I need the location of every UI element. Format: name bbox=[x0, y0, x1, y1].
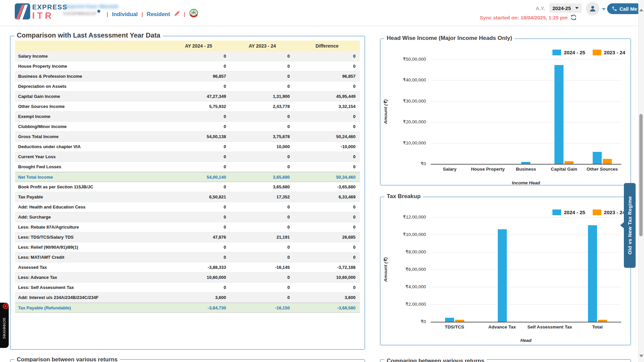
cell-value: 0 bbox=[230, 204, 294, 209]
separator: | bbox=[142, 11, 143, 17]
comparison-table: AY 2024 - 25 AY 2023 - 24 Difference Sal… bbox=[15, 41, 360, 313]
cell-value: 96,857 bbox=[167, 74, 230, 79]
y-tick-label: ₹0 bbox=[380, 161, 426, 166]
y-tick-label: ₹30,00,000 bbox=[380, 98, 426, 104]
table-row: Add: Interest u/s 234A/234B/234C/234F3,6… bbox=[15, 293, 360, 303]
cell-value: 0 bbox=[230, 275, 294, 280]
chart-legend: 2024 - 252023 - 24 bbox=[552, 209, 625, 215]
cell-value: 0 bbox=[230, 295, 294, 300]
assessment-year-select[interactable]: 2024-25 bbox=[549, 3, 582, 13]
x-category-label: Advance Tax bbox=[478, 324, 526, 330]
y-tick-label: ₹2,00,000 bbox=[380, 301, 426, 307]
cell-value: 0 bbox=[167, 225, 230, 230]
cell-value: 0 bbox=[167, 184, 230, 189]
phone-icon bbox=[612, 6, 617, 11]
cell-value: 10,60,000 bbox=[167, 275, 230, 280]
plot-area bbox=[431, 59, 621, 165]
income-tax-emblem-icon[interactable] bbox=[189, 9, 198, 20]
row-label: Business & Profession Income bbox=[15, 74, 167, 79]
table-row: Less: Rebate 87A/Agriculture000 bbox=[15, 222, 360, 232]
comparison-panel-title: Comparison with Last Assessment Year Dat… bbox=[14, 32, 163, 39]
cell-value: -3,72,188 bbox=[294, 265, 360, 270]
bar-2024-25 bbox=[588, 225, 597, 322]
scrollbar-down-arrow[interactable] bbox=[639, 355, 643, 357]
cell-value: 3,75,678 bbox=[230, 134, 294, 139]
row-label: Add: Surcharge bbox=[15, 215, 167, 220]
row-label: Salary Income bbox=[15, 54, 167, 59]
cell-value: 50,24,460 bbox=[294, 134, 360, 139]
old-vs-new-tax-regime-tab[interactable]: Old vs New Tax Regime bbox=[624, 183, 636, 268]
legend-label: 2024 - 25 bbox=[564, 209, 585, 215]
table-row: Net Total Income54,00,1403,65,68050,34,4… bbox=[15, 172, 360, 182]
cell-value: 0 bbox=[167, 114, 230, 119]
legend-label: 2023 - 24 bbox=[604, 209, 625, 215]
table-row: Salary Income000 bbox=[15, 51, 360, 61]
screenrec-widget[interactable]: screenrec bbox=[0, 303, 9, 348]
avatar-dropdown-caret[interactable] bbox=[602, 8, 606, 10]
cell-value: 5,75,932 bbox=[167, 104, 230, 109]
cell-value: 0 bbox=[230, 114, 294, 119]
row-label: Add: Interest u/s 234A/234B/234C/234F bbox=[15, 295, 167, 300]
bar-2023-24 bbox=[598, 320, 607, 322]
cell-value: 3,65,680 bbox=[230, 184, 294, 189]
table-header-row: AY 2024 - 25 AY 2023 - 24 Difference bbox=[15, 41, 360, 51]
plot-area bbox=[431, 217, 621, 322]
cell-value: 0 bbox=[294, 245, 360, 250]
cell-value: 47,876 bbox=[167, 235, 230, 240]
chart-title: Head Wise Income (Major Income Heads Onl… bbox=[384, 35, 515, 42]
bar-group bbox=[507, 59, 545, 164]
chart-title: Tax Breakup bbox=[384, 193, 423, 200]
cell-value: 0 bbox=[167, 204, 230, 209]
row-label: Current Year Loss bbox=[15, 154, 167, 159]
cell-value: 3,600 bbox=[294, 295, 360, 300]
row-label: Tax Payable (Refundable) bbox=[15, 305, 167, 310]
cell-value: 0 bbox=[294, 164, 360, 169]
head-wise-income-panel: Head Wise Income (Major Income Heads Onl… bbox=[380, 39, 631, 185]
cell-value: 0 bbox=[230, 124, 294, 129]
cell-value: 0 bbox=[167, 84, 230, 89]
record-indicator-icon bbox=[3, 303, 8, 309]
sync-refresh-icon[interactable] bbox=[570, 14, 577, 22]
legend-swatch bbox=[593, 209, 601, 215]
cell-value: 3,32,154 bbox=[294, 104, 360, 109]
bar-group bbox=[526, 217, 574, 322]
scrollbar-thumb[interactable] bbox=[639, 114, 643, 236]
express-itr-logo-icon bbox=[15, 3, 30, 21]
cell-value: 0 bbox=[230, 164, 294, 169]
cell-value: 0 bbox=[294, 285, 360, 290]
tax-breakup-panel: Tax Breakup 2024 - 252023 - 24 Head Amou… bbox=[380, 197, 631, 345]
row-label: Capital Gain Income bbox=[15, 94, 167, 99]
legend-label: 2024 - 25 bbox=[564, 50, 585, 55]
edit-pencil-icon[interactable] bbox=[174, 10, 180, 18]
y-tick-label: ₹10,00,000 bbox=[380, 140, 426, 145]
legend-swatch bbox=[552, 50, 561, 55]
cell-value: 1,31,900 bbox=[230, 94, 294, 99]
bar-2024-25 bbox=[554, 65, 564, 164]
y-tick-label: ₹12,00,000 bbox=[380, 214, 426, 220]
y-tick-label: ₹50,00,000 bbox=[380, 56, 426, 62]
table-row: Less: TDS/TCS/Salary TDS47,87621,19126,6… bbox=[15, 232, 360, 242]
scrollbar-up-arrow[interactable] bbox=[639, 9, 643, 11]
table-row: Capital Gain Income47,27,3491,31,90045,9… bbox=[15, 92, 360, 102]
cell-value: 0 bbox=[294, 64, 360, 69]
cell-value: -3,84,730 bbox=[167, 305, 230, 310]
cell-value: 0 bbox=[167, 164, 230, 169]
row-label: Exempt Income bbox=[15, 114, 167, 119]
client-pan: AGOPM9421P bbox=[63, 11, 97, 16]
cell-value: 0 bbox=[294, 215, 360, 220]
header-ay-2023-24: AY 2023 - 24 bbox=[230, 43, 294, 49]
user-avatar[interactable] bbox=[586, 2, 599, 15]
cell-value: -3,68,580 bbox=[294, 305, 360, 310]
row-label: Assessed Tax bbox=[15, 265, 167, 270]
call-me-button[interactable]: Call Me bbox=[607, 3, 642, 14]
comparison-returns-panel: Comparison between various returns bbox=[10, 359, 365, 362]
comparing-returns-panel: Comparing between various returns bbox=[380, 359, 631, 362]
tab-label: Old vs New Tax Regime bbox=[627, 196, 633, 254]
y-tick-label: ₹8,00,000 bbox=[380, 249, 426, 254]
cell-value: 0 bbox=[167, 215, 230, 220]
cell-value: 0 bbox=[230, 215, 294, 220]
cell-value: 21,191 bbox=[230, 235, 294, 240]
client-status-row: | Individual | Resident | bbox=[107, 9, 198, 20]
app-viewport: EXPRESS ITR Jaspreet Kaur Marwah AGOPM94… bbox=[0, 0, 644, 362]
assessment-year-label: A.Y. bbox=[536, 5, 545, 11]
